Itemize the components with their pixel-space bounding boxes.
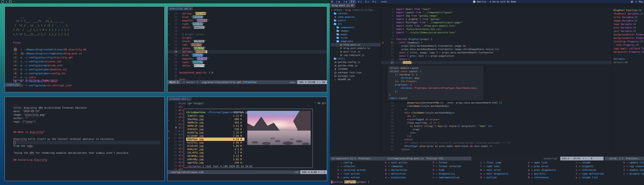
tree-item-package-lock.json[interactable]: {}package-lock.json bbox=[331, 71, 381, 74]
tree-item-pages[interactable]: │ pages bbox=[331, 32, 381, 36]
outline-symbol-title[interactable]: title Variable:14 bbox=[614, 15, 644, 19]
outline-symbol-thumbnail[interactable]: thumbnail Variable:11 bbox=[614, 12, 644, 15]
file-picker-item[interactable]: 6QbF0pb.jpg4.14 M bbox=[186, 138, 244, 141]
which-key-binding-j[interactable]: j→float jump bbox=[477, 161, 508, 165]
workspace-4[interactable]: 4▢ bbox=[356, 0, 364, 3]
startify-entry[interactable]: [6] ⚙~/.config/polybar/config.ini bbox=[13, 71, 86, 75]
file-picker-item[interactable]: 4Y6C0JV.jpg539 K bbox=[186, 128, 244, 131]
file-picker-item[interactable]: 9hMxcHr.jpg4.1 M bbox=[186, 148, 244, 151]
volume-icon[interactable]: ◄) bbox=[635, 1, 637, 3]
which-key-binding-q[interactable]: q→quickfix bbox=[525, 172, 556, 176]
startify-entry[interactable]: [9] {}~/.config/nvim/coc-settings.json bbox=[13, 83, 86, 87]
which-key-binding-A[interactable]: A→selected action bbox=[334, 168, 366, 172]
which-key-binding-b[interactable]: b→next action bbox=[382, 161, 407, 165]
which-key-binding-u[interactable]: u→resume list bbox=[572, 176, 604, 179]
startify-entry[interactable]: [1] JS~/Repos/blog/src/templates/blog-po… bbox=[13, 51, 86, 55]
which-key-binding-z[interactable]: z→disable CoC bbox=[620, 172, 644, 176]
kdeconnect-icon[interactable] bbox=[9, 1, 12, 3]
file-picker-item[interactable]: ad6v90y.jpg3.05 M bbox=[186, 158, 244, 161]
which-key-binding-n[interactable]: n→next diagnostic bbox=[477, 172, 508, 176]
which-key-binding-e[interactable]: e→extensions bbox=[382, 176, 407, 179]
file-picker-item[interactable]: 3JWY37f.jpg1.31 M bbox=[186, 114, 244, 118]
file-picker-item[interactable]: 07nEzQ3.jpg1.86 M bbox=[186, 144, 244, 148]
which-key-binding-t[interactable]: t→type definition bbox=[572, 172, 604, 176]
tree-item-content[interactable]: content bbox=[331, 12, 381, 15]
which-key-binding-U[interactable]: U→update CoC bbox=[620, 161, 644, 165]
file-picker-item[interactable]: 04PDl3F.jpg3.51 M bbox=[186, 124, 244, 128]
tree-item-public[interactable]: public bbox=[331, 19, 381, 22]
which-key-binding-d[interactable]: d→definition bbox=[382, 172, 407, 176]
file-picker-item[interactable]: aghr5Ip.jpg249 K bbox=[186, 161, 244, 164]
tree-item-LICENSE[interactable]: §LICENSE bbox=[331, 67, 381, 71]
which-key-binding-l[interactable]: l→code lens bbox=[477, 165, 508, 168]
tree-item-gatsby-node.js[interactable]: JSgatsby-node.js bbox=[331, 64, 381, 67]
which-key-binding-c[interactable]: c→commands bbox=[382, 165, 407, 168]
which-key-binding-a[interactable]: a→line action bbox=[334, 172, 366, 176]
spotify-module[interactable]: ♪ America - A Horse with No Name bbox=[473, 0, 516, 3]
which-key-binding-D[interactable]: D→declaration bbox=[382, 168, 407, 172]
startify-entry[interactable]: [5] ⚙~/.config/polybar/modules.ini bbox=[13, 67, 86, 71]
outline-symbol-textAlign[interactable]: textAlign Property:25 bbox=[614, 40, 644, 43]
startify-entry[interactable]: [0] ↓~/Repos/blog/content/Linux/06-alacr… bbox=[13, 48, 86, 51]
bluetooth-icon[interactable]: ᛒ bbox=[6, 0, 7, 3]
which-key-binding-i[interactable]: i→implementation bbox=[430, 176, 461, 179]
tree-item-templates[interactable]: └ templates bbox=[331, 39, 381, 43]
outline-symbol-image[interactable]: image Variable:14 bbox=[614, 19, 644, 22]
notification-alert-icon[interactable]: ! bbox=[14, 0, 15, 3]
which-key-binding-N[interactable]: N→next error bbox=[477, 168, 508, 172]
tree-item-src[interactable]: src bbox=[331, 22, 381, 25]
workspace-8[interactable]: 8✉ bbox=[363, 0, 371, 3]
which-key-binding-O[interactable]: O→outline bbox=[477, 176, 508, 179]
tree-item-utils[interactable]: utils bbox=[331, 57, 381, 60]
startify-entry[interactable]: [3] >_~/.config/zsh/aliases.zsh bbox=[13, 59, 86, 63]
file-picker-item[interactable]: 30iNVBw.jpg3.11 M bbox=[186, 154, 244, 158]
which-key-binding-p[interactable]: p→prev diagnostic bbox=[525, 168, 556, 172]
tree-item-node_modules[interactable]: ≣node_modules bbox=[331, 15, 381, 19]
tree-item-images[interactable]: │ images bbox=[331, 29, 381, 32]
outline-symbol-tags[interactable]: tags Variable:14 bbox=[614, 22, 644, 26]
outline-symbol-backgroundColor[interactable]: backgroundColor Property: bbox=[614, 33, 644, 36]
tree-item-package.json[interactable]: {}package.json bbox=[331, 74, 381, 78]
file-picker-item[interactable]: 6zS17Sj.jpg4.96 M bbox=[186, 141, 244, 144]
file-picker-item[interactable]: 4bORVJa.jpg943 K bbox=[186, 121, 244, 124]
tree-item-style[interactable]: │ style bbox=[331, 36, 381, 39]
discord-icon[interactable] bbox=[1, 0, 4, 3]
outline-symbol-BlogPost[interactable]: BlogPost Function:10 bbox=[614, 8, 644, 12]
workspace-9[interactable]: 9◎ bbox=[371, 0, 378, 3]
file-picker-item[interactable]: 24LrDFQ.jpg1.7 M bbox=[186, 151, 244, 154]
which-key-binding-;[interactable]: ;→refactor bbox=[334, 165, 366, 168]
startify-entry[interactable]: [4] ⚙~/.config/picom/picom.conf bbox=[13, 63, 86, 67]
which-key-binding-s[interactable]: s→references bbox=[572, 168, 604, 172]
file-picker-item[interactable]: 3UwJhbg.jpg680 K bbox=[186, 118, 244, 121]
tree-item-blog-post.module.le[interactable]: │ #blog-post.module.le bbox=[331, 46, 381, 50]
tree-item-tag-template.js[interactable]: └ JStag-template.js bbox=[331, 53, 381, 57]
tree-item-components[interactable]: │ components bbox=[331, 25, 381, 29]
workspace-1[interactable]: 1◉ bbox=[334, 0, 342, 3]
tree-item-README.md[interactable]: ↓README.md bbox=[331, 78, 381, 81]
outline-symbol-tags.map() callback[interactable]: tags.map() callback Function: bbox=[614, 47, 644, 50]
which-key-binding-F[interactable]: F→format bbox=[430, 161, 461, 165]
tree-item-post-list.js[interactable]: │ JSpost-list.js bbox=[331, 50, 381, 53]
which-key-binding-r[interactable]: r→rename bbox=[572, 161, 604, 165]
which-key-binding-h[interactable]: h→hide bbox=[430, 168, 461, 172]
startify-entry[interactable]: [2] ⚙~/.config/alacritty/alacritty.yml bbox=[13, 55, 86, 59]
buffer-tab[interactable]: aliases.zsh>_ bbox=[168, 97, 192, 101]
which-key-binding-f[interactable]: f→format selected bbox=[430, 165, 461, 168]
which-key-binding-I[interactable]: I→diagnostics bbox=[430, 172, 461, 176]
which-key-binding-Z[interactable]: Z→enable CoC bbox=[620, 168, 644, 172]
outline-symbol-next[interactable]: next Variable:15 bbox=[614, 29, 644, 33]
workspace-2[interactable]: 2▤ bbox=[342, 0, 349, 3]
tab-blog-post-js[interactable]: blog-post.jsJS bbox=[330, 3, 355, 7]
outline-symbol-marginLeft[interactable]: marginLeft Property:36 bbox=[614, 50, 644, 54]
which-key-binding-o[interactable]: o→open link bbox=[525, 161, 556, 165]
tree-item-gatsby-config.js[interactable]: JSgatsby-config.js bbox=[331, 60, 381, 64]
outline-symbol-prev[interactable]: prev Variable:15 bbox=[614, 26, 644, 29]
workspace-3-active[interactable]: 3V bbox=[349, 0, 356, 3]
which-key-binding-v[interactable]: v→tag viewer bbox=[620, 165, 644, 168]
which-key-binding-S[interactable]: S→snippets bbox=[572, 165, 604, 168]
tree-item-blog-post.js[interactable]: │ JSblog-post.js bbox=[331, 43, 381, 46]
which-key-binding-.[interactable]: .→config bbox=[334, 161, 366, 165]
wifi-icon[interactable] bbox=[630, 1, 633, 2]
which-key-binding-P[interactable]: P→prev error bbox=[525, 165, 556, 168]
outline-symbol-__html[interactable]: __html Property:29 bbox=[614, 43, 644, 47]
